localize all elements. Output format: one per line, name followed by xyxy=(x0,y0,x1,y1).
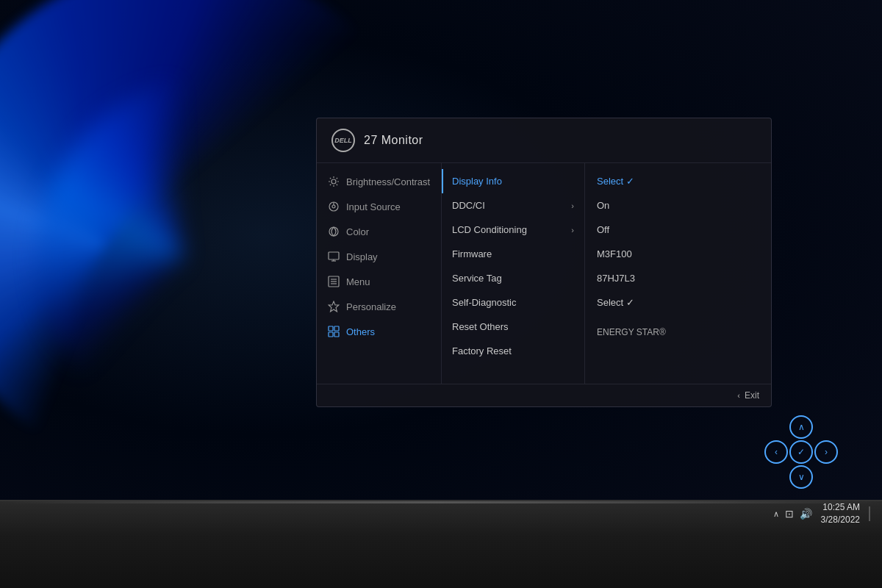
value-select-top: Select ✓ xyxy=(597,169,759,193)
nav-select-button[interactable]: ✓ xyxy=(789,440,813,464)
menu-item-brightness[interactable]: Brightness/Contrast xyxy=(317,169,441,194)
reset-others-label: Reset Others xyxy=(452,321,509,332)
menu-label: Menu xyxy=(346,276,370,287)
svg-marker-20 xyxy=(329,301,339,312)
taskbar: ∧ ⊡ 🔊 10:25 AM 3/28/2022 xyxy=(0,500,882,528)
nav-up-button[interactable]: ∧ xyxy=(789,415,813,439)
svg-rect-23 xyxy=(329,332,333,337)
submenu-firmware[interactable]: Firmware xyxy=(442,242,584,266)
svg-line-8 xyxy=(330,184,331,185)
clock-date: 3/28/2022 xyxy=(821,514,860,526)
grid-icon xyxy=(327,325,340,338)
factory-reset-label: Factory Reset xyxy=(452,345,512,356)
display-info-label: Display Info xyxy=(452,176,502,187)
value-service-tag: 87HJ7L3 xyxy=(597,266,759,290)
svg-line-7 xyxy=(337,178,337,179)
values-panel: Select ✓ On Off M3F100 87HJ7L3 Select ✓ … xyxy=(585,163,771,384)
nav-left-button[interactable]: ‹ xyxy=(764,440,788,464)
svg-point-12 xyxy=(329,227,338,236)
nav-row-bottom: ∨ xyxy=(789,465,813,489)
firmware-label: Firmware xyxy=(452,248,492,259)
input-icon xyxy=(327,200,340,213)
color-icon xyxy=(327,225,340,238)
personalize-label: Personalize xyxy=(346,301,396,312)
monitor-taskbar-icon: ⊡ xyxy=(785,508,794,520)
chevron-right-icon: › xyxy=(571,201,574,210)
submenu-display-info[interactable]: Display Info xyxy=(442,169,584,193)
system-tray-chevron[interactable]: ∧ xyxy=(773,509,779,519)
exit-bar: ‹ Exit xyxy=(317,384,771,406)
svg-line-5 xyxy=(330,178,331,179)
monitor-title: 27 Monitor xyxy=(364,134,423,147)
nav-row-top: ∧ xyxy=(789,415,813,439)
svg-point-10 xyxy=(332,205,335,208)
svg-line-6 xyxy=(337,184,337,185)
main-menu: Brightness/Contrast Input Source xyxy=(317,163,442,384)
submenu-ddc-ci[interactable]: DDC/CI › xyxy=(442,193,584,218)
volume-icon[interactable]: 🔊 xyxy=(800,508,812,520)
brightness-label: Brightness/Contrast xyxy=(346,176,430,187)
value-energy-star: ENERGY STAR® xyxy=(597,320,759,344)
color-label: Color xyxy=(346,226,369,237)
menu-item-menu[interactable]: Menu xyxy=(317,269,441,294)
value-on: On xyxy=(597,193,759,218)
value-off: Off xyxy=(597,218,759,242)
nav-row-middle: ‹ ✓ › xyxy=(764,440,838,464)
display-label: Display xyxy=(346,251,378,262)
submenu-self-diagnostic[interactable]: Self-Diagnostic xyxy=(442,290,584,315)
nav-down-button[interactable]: ∨ xyxy=(789,465,813,489)
svg-rect-21 xyxy=(329,326,333,331)
submenu-service-tag[interactable]: Service Tag xyxy=(442,266,584,290)
osd-content: Brightness/Contrast Input Source xyxy=(317,163,771,384)
svg-rect-22 xyxy=(334,326,339,331)
osd-header: DELL 27 Monitor xyxy=(317,118,771,163)
input-label: Input Source xyxy=(346,201,401,212)
menu-item-display[interactable]: Display xyxy=(317,244,441,269)
submenu-lcd-conditioning[interactable]: LCD Conditioning › xyxy=(442,218,584,242)
svg-point-0 xyxy=(331,179,336,184)
lcd-conditioning-label: LCD Conditioning xyxy=(452,224,527,235)
self-diagnostic-label: Self-Diagnostic xyxy=(452,297,516,308)
exit-chevron-icon: ‹ xyxy=(737,391,740,400)
chevron-right-icon: › xyxy=(571,226,574,234)
nav-right-button[interactable]: › xyxy=(814,440,838,464)
clock-time: 10:25 AM xyxy=(821,501,860,514)
taskbar-clock[interactable]: 10:25 AM 3/28/2022 xyxy=(821,501,860,526)
menu-item-input[interactable]: Input Source xyxy=(317,194,441,219)
menu-icon xyxy=(327,275,340,288)
submenu-factory-reset[interactable]: Factory Reset xyxy=(442,339,584,363)
value-firmware: M3F100 xyxy=(597,242,759,266)
value-select-bottom: Select ✓ xyxy=(597,290,759,315)
exit-label[interactable]: Exit xyxy=(745,390,759,401)
sun-icon xyxy=(327,175,340,188)
taskbar-divider xyxy=(869,506,870,521)
star-icon xyxy=(327,300,340,313)
svg-rect-24 xyxy=(334,332,339,337)
menu-item-personalize[interactable]: Personalize xyxy=(317,294,441,319)
svg-rect-13 xyxy=(329,252,339,259)
menu-item-color[interactable]: Color xyxy=(317,219,441,244)
osd-menu: DELL 27 Monitor xyxy=(316,118,772,407)
others-label: Others xyxy=(346,326,375,337)
menu-item-others[interactable]: Others xyxy=(317,319,441,344)
display-icon xyxy=(327,250,340,263)
nav-controls: ∧ ‹ ✓ › ∨ xyxy=(764,415,838,489)
submenu: Display Info DDC/CI › LCD Conditioning ›… xyxy=(442,163,585,384)
ddc-ci-label: DDC/CI xyxy=(452,200,485,211)
dell-logo: DELL xyxy=(331,129,355,152)
service-tag-label: Service Tag xyxy=(452,273,502,284)
submenu-reset-others[interactable]: Reset Others xyxy=(442,315,584,339)
